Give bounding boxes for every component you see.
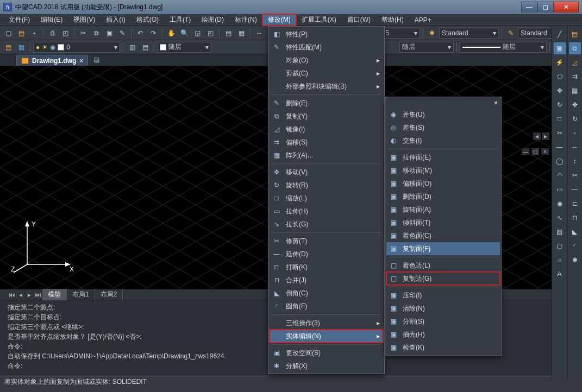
layeriso-icon[interactable]: ▥ bbox=[126, 41, 138, 53]
menu-row[interactable]: ▢复制边(G) bbox=[386, 272, 500, 285]
menu-row[interactable]: ✥移动(V) bbox=[270, 166, 383, 179]
donut-icon[interactable]: ◉ bbox=[554, 198, 566, 210]
dim-icon[interactable]: ↔ bbox=[253, 27, 265, 39]
matchprop-icon[interactable]: ✎ bbox=[116, 27, 128, 39]
nav-right-icon[interactable]: ▸ bbox=[542, 132, 549, 140]
menu-row[interactable]: ▭拉伸(H) bbox=[270, 205, 383, 218]
print-icon[interactable]: ⎙ bbox=[46, 27, 58, 39]
layer-combo[interactable]: ● ☀ ◉ 0 ▾ bbox=[33, 42, 120, 53]
menu-item[interactable]: 帮助(H) bbox=[376, 14, 409, 26]
props-icon[interactable]: ▤ bbox=[222, 27, 234, 39]
line-icon[interactable]: ╱ bbox=[554, 28, 566, 40]
pline-icon[interactable]: ⚡ bbox=[554, 56, 566, 68]
extend-icon[interactable]: — bbox=[554, 141, 566, 153]
tab-next-icon[interactable]: ▸ bbox=[25, 290, 34, 299]
menu-row[interactable]: 剪裁(C)▸ bbox=[270, 67, 383, 80]
poly-icon[interactable]: ⬠ bbox=[554, 71, 566, 83]
menu-item[interactable]: 修改(M) bbox=[262, 14, 296, 26]
ext2-icon[interactable]: — bbox=[569, 184, 581, 195]
new-icon[interactable]: ▢ bbox=[2, 27, 14, 39]
close-button[interactable]: ✕ bbox=[554, 2, 579, 12]
menu-row[interactable]: 对象(O)▸ bbox=[270, 54, 383, 67]
rect-icon[interactable]: ▭ bbox=[554, 184, 566, 195]
textstyle-icon[interactable]: ✱ bbox=[426, 27, 438, 39]
tab-first-icon[interactable]: ⏮ bbox=[8, 290, 16, 299]
menu-row[interactable]: ▣偏移面(O) bbox=[386, 177, 500, 190]
pan-icon[interactable]: ✋ bbox=[165, 27, 177, 39]
color-combo[interactable]: 随层 ▾ bbox=[157, 42, 211, 53]
leng-icon[interactable]: ↕ bbox=[569, 155, 581, 167]
join-icon[interactable]: ⊓ bbox=[569, 212, 581, 224]
menu-row[interactable]: ▣清除(N) bbox=[386, 302, 500, 315]
menu-row[interactable]: 外部参照和块编辑(B)▸ bbox=[270, 80, 383, 93]
menu-row[interactable]: ◎差集(S) bbox=[386, 121, 500, 134]
rot2-icon[interactable]: ↻ bbox=[569, 113, 581, 125]
menu-row[interactable]: 三维操作(3)▸ bbox=[270, 317, 383, 330]
menu-item[interactable]: APP+ bbox=[409, 14, 437, 26]
new-tab-icon[interactable]: ▤ bbox=[90, 54, 102, 66]
layer2-icon[interactable]: ▦ bbox=[15, 41, 27, 53]
zoom-win-icon[interactable]: ◲ bbox=[191, 27, 203, 39]
menu-item[interactable]: 文件(F) bbox=[3, 14, 35, 26]
menu-row[interactable]: ◧特性(P) bbox=[270, 28, 383, 41]
open-icon[interactable]: ▤ bbox=[15, 27, 27, 39]
mirror-icon[interactable]: ◿ bbox=[569, 56, 581, 68]
save-icon[interactable]: ▪ bbox=[28, 27, 40, 39]
menu-item[interactable]: 工具(T) bbox=[164, 14, 196, 26]
menu-item[interactable]: 格式(O) bbox=[131, 14, 164, 26]
move-icon[interactable]: ✥ bbox=[554, 85, 566, 97]
menu-item[interactable]: 标注(N) bbox=[229, 14, 262, 26]
hatch-icon[interactable]: ▨ bbox=[554, 226, 566, 238]
tab-layout2[interactable]: 布局2 bbox=[95, 289, 123, 300]
circle-icon[interactable]: ○ bbox=[554, 254, 566, 266]
menu-row[interactable]: ▣复制面(F) bbox=[386, 242, 500, 255]
menu-row[interactable]: ▣抽壳(H) bbox=[386, 328, 500, 341]
fillet-icon[interactable]: ◜ bbox=[569, 240, 581, 252]
region-icon[interactable]: ▢ bbox=[554, 240, 566, 252]
arc-icon[interactable]: ◠ bbox=[554, 169, 566, 181]
array-icon[interactable]: ▦ bbox=[569, 85, 581, 97]
menu-row[interactable]: ▦阵列(A)... bbox=[270, 149, 383, 162]
undo-icon[interactable]: ↶ bbox=[134, 27, 146, 39]
layer-icon[interactable]: ▤ bbox=[2, 41, 14, 53]
menu-row[interactable]: ▢着色边(L) bbox=[386, 259, 500, 272]
text-icon[interactable]: A bbox=[554, 268, 566, 280]
tblstyle-icon[interactable]: ✎ bbox=[505, 27, 517, 39]
trim2-icon[interactable]: ✂ bbox=[569, 169, 581, 181]
menu-row[interactable]: ▣分割(S) bbox=[386, 315, 500, 328]
menu-row[interactable]: ▣着色面(C) bbox=[386, 229, 500, 242]
offset-icon[interactable]: ⇉ bbox=[569, 71, 581, 83]
menu-row[interactable]: ⊓合并(J) bbox=[270, 274, 383, 287]
menu-row[interactable]: ▣移动面(M) bbox=[386, 164, 500, 177]
menu-item[interactable]: 窗口(W) bbox=[342, 14, 376, 26]
calc-icon[interactable]: ▦ bbox=[235, 27, 247, 39]
menu-row[interactable]: ◉并集(U) bbox=[386, 108, 500, 121]
tab-model[interactable]: 模型 bbox=[42, 289, 67, 300]
zoom-rt-icon[interactable]: 🔍 bbox=[178, 27, 190, 39]
minimize-button[interactable]: — bbox=[521, 2, 537, 12]
mdi-close-icon[interactable]: × bbox=[541, 148, 549, 155]
scale2-icon[interactable]: ▫ bbox=[569, 127, 581, 139]
menu-row[interactable]: ✂修剪(T) bbox=[270, 235, 383, 248]
mdi-min-icon[interactable]: — bbox=[521, 148, 530, 155]
menu-row[interactable]: ✱分解(X) bbox=[270, 359, 383, 372]
lweight-combo[interactable]: 随层▾ bbox=[460, 42, 547, 53]
menu-row[interactable]: ▣删除面(D) bbox=[386, 190, 500, 203]
menu-item[interactable]: 编辑(E) bbox=[35, 14, 68, 26]
close-icon[interactable]: × bbox=[494, 99, 498, 107]
nav-left-icon[interactable]: ◂ bbox=[533, 132, 541, 140]
menu-row[interactable]: ⊏打断(K) bbox=[270, 261, 383, 274]
copy-icon[interactable]: ⧉ bbox=[90, 27, 102, 39]
break-icon[interactable]: ⊏ bbox=[569, 198, 581, 210]
move2-icon[interactable]: ✥ bbox=[569, 99, 581, 111]
box-icon[interactable]: ▣ bbox=[554, 42, 566, 54]
paste-icon[interactable]: ▣ bbox=[103, 27, 115, 39]
rotate-icon[interactable]: ↻ bbox=[554, 99, 566, 111]
scale-icon[interactable]: □ bbox=[554, 113, 566, 125]
document-tab[interactable]: Drawing1.dwg × bbox=[16, 55, 88, 66]
menu-row[interactable]: ▣检查(K) bbox=[386, 341, 500, 354]
maximize-button[interactable]: ◻ bbox=[537, 2, 554, 12]
tab-layout1[interactable]: 布局1 bbox=[67, 289, 95, 300]
menu-row[interactable]: 实体编辑(N)▸ bbox=[270, 330, 383, 343]
menu-row[interactable]: ◿镜像(I) bbox=[270, 123, 383, 136]
